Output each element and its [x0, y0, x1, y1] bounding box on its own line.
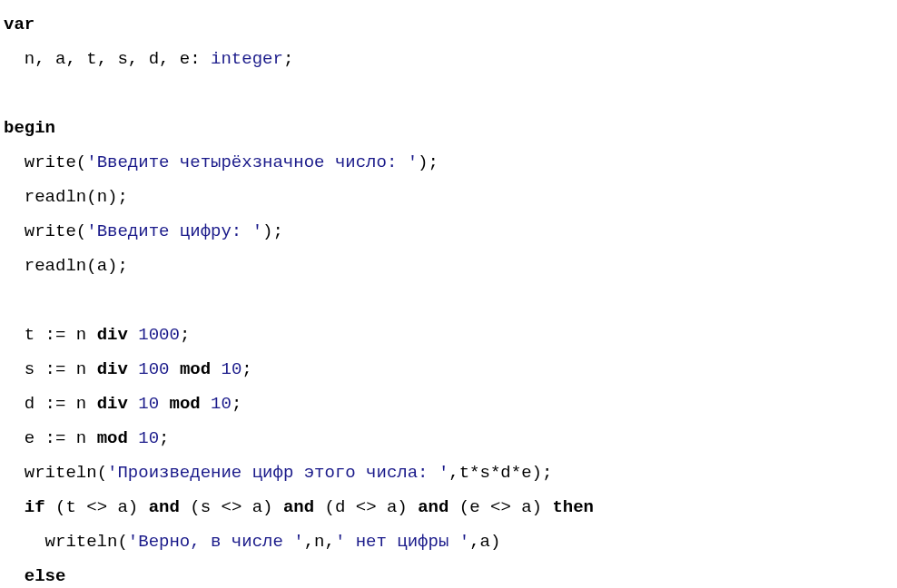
- keyword-div: div: [97, 359, 128, 379]
- indent: [4, 428, 25, 448]
- keyword-and: and: [283, 497, 314, 517]
- space: [211, 359, 221, 379]
- paren: (: [117, 532, 127, 552]
- semicolon: ;: [180, 325, 190, 345]
- number: 100: [138, 359, 169, 379]
- number: 10: [138, 394, 159, 414]
- space: [201, 394, 211, 414]
- code-line-15: if (t <> a) and (s <> a) and (d <> a) an…: [4, 490, 897, 524]
- keyword-and: and: [418, 497, 448, 517]
- indent: [4, 325, 25, 345]
- code-line-4: begin: [4, 111, 897, 145]
- indent: [4, 566, 25, 586]
- arg: (a);: [86, 256, 128, 276]
- space: [128, 325, 138, 345]
- paren: (: [76, 221, 86, 241]
- semicolon: ;: [232, 394, 242, 414]
- code-line-8: readln(a);: [4, 249, 897, 283]
- cond: (e <> a): [448, 497, 552, 517]
- code-line-3: [4, 76, 897, 111]
- code-line-17: else: [4, 559, 897, 588]
- keyword-div: div: [97, 394, 128, 414]
- func-write: write: [25, 221, 76, 241]
- paren-close: );: [418, 152, 439, 172]
- paren: (: [76, 152, 86, 172]
- func-writeln: writeln: [25, 463, 97, 483]
- indent: [4, 394, 25, 414]
- mid: ,n,: [304, 532, 335, 552]
- space: [128, 428, 138, 448]
- arg: (n);: [86, 187, 128, 207]
- indent: [4, 532, 45, 552]
- cond: (d <> a): [314, 497, 418, 517]
- paren: (: [97, 463, 107, 483]
- keyword-div: div: [97, 325, 128, 345]
- string-literal: 'Введите четырёхзначное число: ': [86, 152, 418, 172]
- number: 1000: [138, 325, 180, 345]
- assign: s := n: [25, 359, 97, 379]
- code-line-6: readln(n);: [4, 180, 897, 214]
- space: [128, 394, 138, 414]
- semicolon: ;: [242, 359, 251, 379]
- indent: [4, 463, 25, 483]
- assign: d := n: [25, 394, 97, 414]
- assign: t := n: [25, 325, 97, 345]
- number: 10: [138, 428, 159, 448]
- keyword-mod: mod: [97, 428, 128, 448]
- semicolon: ;: [283, 49, 293, 69]
- paren-close: );: [262, 221, 283, 241]
- space: [159, 394, 169, 414]
- keyword-mod: mod: [180, 359, 211, 379]
- string-literal: ' нет цифры ': [335, 532, 469, 552]
- func-writeln: writeln: [45, 532, 118, 552]
- code-line-14: writeln('Произведение цифр этого числа: …: [4, 456, 897, 490]
- code-line-13: e := n mod 10;: [4, 421, 897, 456]
- space: [169, 359, 179, 379]
- indent: [4, 49, 25, 69]
- indent: [4, 256, 25, 276]
- string-literal: 'Верно, в числе ': [128, 532, 304, 552]
- indent: [4, 359, 25, 379]
- keyword-begin: begin: [4, 118, 55, 138]
- close: ,a): [469, 532, 500, 552]
- keyword-else: else: [25, 566, 66, 586]
- indent: [4, 152, 25, 172]
- keyword-if: if: [25, 497, 45, 517]
- func-write: write: [25, 152, 76, 172]
- string-literal: 'Произведение цифр этого числа: ': [107, 463, 448, 483]
- type-integer: integer: [211, 49, 283, 69]
- string-literal: 'Введите цифру: ': [86, 221, 262, 241]
- func-readln: readln: [25, 187, 86, 207]
- keyword-mod: mod: [169, 394, 200, 414]
- code-block: var n, a, t, s, d, e: integer; begin wri…: [4, 7, 897, 588]
- code-line-10: t := n div 1000;: [4, 318, 897, 352]
- var-decl: n, a, t, s, d, e:: [25, 49, 211, 69]
- space: [128, 359, 138, 379]
- cond: (s <> a): [180, 497, 283, 517]
- number: 10: [222, 359, 242, 379]
- code-line-1: var: [4, 7, 897, 42]
- code-line-16: writeln('Верно, в числе ',n,' нет цифры …: [4, 524, 897, 559]
- func-readln: readln: [25, 256, 86, 276]
- code-line-5: write('Введите четырёхзначное число: ');: [4, 145, 897, 180]
- code-line-9: [4, 283, 897, 318]
- code-line-2: n, a, t, s, d, e: integer;: [4, 42, 897, 76]
- cond: (t <> a): [45, 497, 149, 517]
- keyword-var: var: [4, 15, 34, 34]
- indent: [4, 221, 25, 241]
- assign: e := n: [25, 428, 97, 448]
- code-line-12: d := n div 10 mod 10;: [4, 387, 897, 421]
- code-line-11: s := n div 100 mod 10;: [4, 352, 897, 387]
- code-line-7: write('Введите цифру: ');: [4, 214, 897, 249]
- keyword-and: and: [149, 497, 180, 517]
- indent: [4, 497, 25, 517]
- number: 10: [211, 394, 232, 414]
- rest: ,t*s*d*e);: [448, 463, 552, 483]
- indent: [4, 187, 25, 207]
- semicolon: ;: [159, 428, 169, 448]
- keyword-then: then: [552, 497, 594, 517]
